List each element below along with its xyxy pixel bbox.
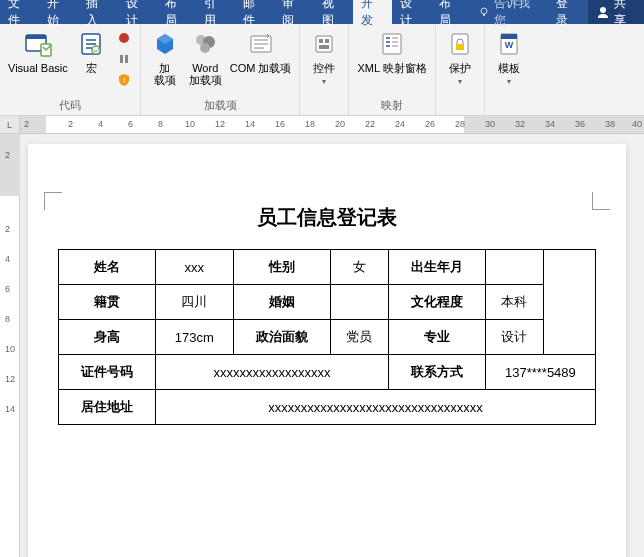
cell-height-label[interactable]: 身高 <box>59 320 156 355</box>
svg-point-8 <box>119 33 129 43</box>
cell-birth-value[interactable] <box>485 250 543 285</box>
ribbon-group-controls: 控件▾ <box>300 24 349 115</box>
table-row: 姓名 xxx 性别 女 出生年月 <box>59 250 596 285</box>
cell-address-label[interactable]: 居住地址 <box>59 390 156 425</box>
tab-view[interactable]: 视图 <box>314 0 353 24</box>
cell-height-value[interactable]: 173cm <box>155 320 233 355</box>
controls-icon <box>308 28 340 60</box>
margin-marker-tr <box>592 192 610 210</box>
tab-file[interactable]: 文件 <box>0 0 39 24</box>
template-label: 模板▾ <box>498 62 520 87</box>
xml-mapping-label: XML 映射窗格 <box>357 62 426 74</box>
macros-icon <box>76 28 108 60</box>
cell-tel-value[interactable]: 137****5489 <box>485 355 595 390</box>
cell-edu-value[interactable]: 本科 <box>485 285 543 320</box>
cell-edu-label[interactable]: 文化程度 <box>388 285 485 320</box>
ruler-h-ticks: 2 2 4 6 8 10 12 14 16 18 20 22 24 26 28 … <box>20 116 644 134</box>
cell-sex-value[interactable]: 女 <box>330 250 388 285</box>
tell-me-search[interactable]: 告诉我您 <box>470 0 548 24</box>
cell-major-label[interactable]: 专业 <box>388 320 485 355</box>
tab-mailings[interactable]: 邮件 <box>235 0 274 24</box>
cell-sex-label[interactable]: 性别 <box>233 250 330 285</box>
tab-layout[interactable]: 布局 <box>157 0 196 24</box>
visual-basic-button[interactable]: Visual Basic <box>4 26 72 76</box>
login-button[interactable]: 登录 <box>548 0 587 24</box>
record-macro-button[interactable] <box>114 28 134 48</box>
document-page[interactable]: 员工信息登记表 姓名 xxx 性别 女 出生年月 籍贯 四川 婚姻 文化程度 <box>28 144 626 557</box>
com-addins-button[interactable]: COM 加载项 <box>226 26 296 76</box>
table-row: 证件号码 xxxxxxxxxxxxxxxxxx 联系方式 137****5489 <box>59 355 596 390</box>
cell-id-label[interactable]: 证件号码 <box>59 355 156 390</box>
svg-rect-16 <box>316 36 332 52</box>
controls-label: 控件▾ <box>313 62 335 87</box>
svg-text:W: W <box>504 40 513 50</box>
ruler-corner: L <box>0 116 20 134</box>
cell-address-value[interactable]: xxxxxxxxxxxxxxxxxxxxxxxxxxxxxxxxx <box>155 390 595 425</box>
cell-name-label[interactable]: 姓名 <box>59 250 156 285</box>
protect-label: 保护▾ <box>449 62 471 87</box>
table-row: 居住地址 xxxxxxxxxxxxxxxxxxxxxxxxxxxxxxxxx <box>59 390 596 425</box>
protect-icon <box>444 28 476 60</box>
group-code-label: 代码 <box>59 96 81 115</box>
pause-recording-button[interactable] <box>114 49 134 69</box>
visual-basic-label: Visual Basic <box>8 62 68 74</box>
ribbon-group-xml: XML 映射窗格 映射 <box>349 24 435 115</box>
template-icon: W <box>493 28 525 60</box>
template-button[interactable]: W 模板▾ <box>489 26 529 89</box>
tab-design[interactable]: 设计 <box>118 0 157 24</box>
tab-home[interactable]: 开始 <box>39 0 78 24</box>
document-title[interactable]: 员工信息登记表 <box>58 204 596 231</box>
horizontal-ruler[interactable]: L 2 2 4 6 8 10 12 14 16 18 20 22 24 26 2… <box>0 116 644 134</box>
addins-button[interactable]: 加 载项 <box>145 26 185 88</box>
ribbon: Visual Basic 宏 ! 代码 加 载项 <box>0 24 644 116</box>
employee-info-table[interactable]: 姓名 xxx 性别 女 出生年月 籍贯 四川 婚姻 文化程度 本科 <box>58 249 596 425</box>
cell-jiguan-value[interactable]: 四川 <box>155 285 233 320</box>
share-person-icon <box>596 5 610 19</box>
margin-marker-tl <box>44 192 62 210</box>
cell-name-value[interactable]: xxx <box>155 250 233 285</box>
cell-id-value[interactable]: xxxxxxxxxxxxxxxxxx <box>155 355 388 390</box>
ribbon-group-code: Visual Basic 宏 ! 代码 <box>0 24 141 115</box>
visual-basic-icon <box>22 28 54 60</box>
cell-hunyin-value[interactable] <box>330 285 388 320</box>
xml-mapping-button[interactable]: XML 映射窗格 <box>353 26 430 76</box>
group-addins-label: 加载项 <box>204 96 237 115</box>
cell-jiguan-label[interactable]: 籍贯 <box>59 285 156 320</box>
cell-major-value[interactable]: 设计 <box>485 320 543 355</box>
word-addins-label: Word 加载项 <box>189 62 222 86</box>
tab-references[interactable]: 引用 <box>196 0 235 24</box>
macro-security-button[interactable]: ! <box>114 70 134 90</box>
page-scroll-area[interactable]: 员工信息登记表 姓名 xxx 性别 女 出生年月 籍贯 四川 婚姻 文化程度 <box>20 134 644 557</box>
tab-design-2[interactable]: 设计 <box>392 0 431 24</box>
table-row: 籍贯 四川 婚姻 文化程度 本科 <box>59 285 596 320</box>
controls-button[interactable]: 控件▾ <box>304 26 344 89</box>
svg-point-7 <box>92 46 100 54</box>
addins-label: 加 载项 <box>154 62 176 86</box>
code-small-buttons: ! <box>112 26 136 92</box>
cell-political-value[interactable]: 党员 <box>330 320 388 355</box>
ribbon-group-protect: 保护▾ <box>436 24 485 115</box>
com-addins-label: COM 加载项 <box>230 62 292 74</box>
share-button[interactable]: 共享 <box>588 0 645 24</box>
xml-mapping-icon <box>376 28 408 60</box>
protect-button[interactable]: 保护▾ <box>440 26 480 89</box>
vertical-ruler[interactable]: 2 2 4 6 8 10 12 14 <box>0 134 20 557</box>
macros-button[interactable]: 宏 <box>72 26 112 76</box>
cell-photo[interactable] <box>544 250 596 355</box>
cell-birth-label[interactable]: 出生年月 <box>388 250 485 285</box>
svg-rect-18 <box>325 39 329 43</box>
tab-insert[interactable]: 插入 <box>78 0 117 24</box>
tab-review[interactable]: 审阅 <box>274 0 313 24</box>
svg-rect-9 <box>120 55 123 63</box>
tab-layout-2[interactable]: 布局 <box>431 0 470 24</box>
tab-developer[interactable]: 开发 <box>353 0 392 24</box>
lightbulb-icon <box>478 6 490 18</box>
dropdown-icon: ▾ <box>507 77 511 86</box>
cell-tel-label[interactable]: 联系方式 <box>388 355 485 390</box>
share-label: 共享 <box>614 0 637 29</box>
svg-rect-20 <box>383 34 401 54</box>
word-addins-button[interactable]: Word 加载项 <box>185 26 226 88</box>
cell-hunyin-label[interactable]: 婚姻 <box>233 285 330 320</box>
cell-political-label[interactable]: 政治面貌 <box>233 320 330 355</box>
svg-rect-17 <box>319 39 323 43</box>
